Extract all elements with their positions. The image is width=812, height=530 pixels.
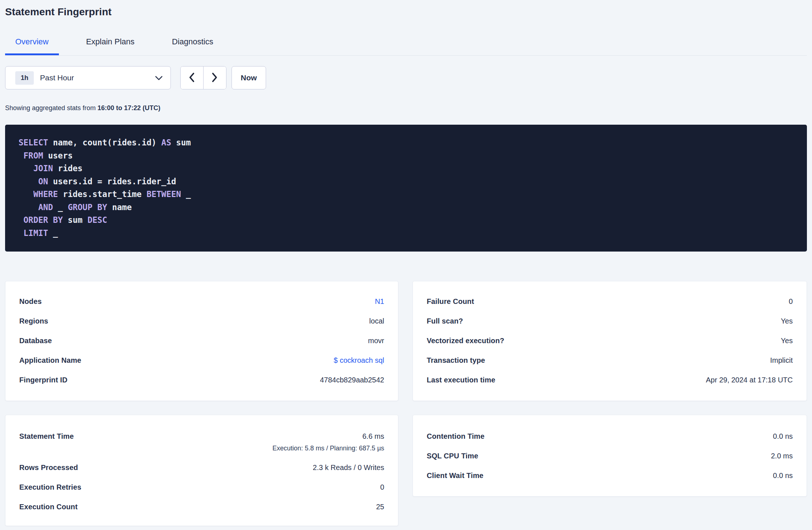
stat-value: 2.3 k Reads / 0 Writes bbox=[313, 463, 384, 472]
statement-fingerprint-page: Statement Fingerprint Overview Explain P… bbox=[0, 6, 812, 526]
stat-value: Implicit bbox=[770, 356, 793, 365]
aggregation-note: Showing aggregated stats from 16:00 to 1… bbox=[5, 104, 807, 112]
stat-label: Failure Count bbox=[427, 297, 474, 306]
stat-row-nodes: Nodes N1 bbox=[19, 292, 384, 311]
stat-row-failure-count: Failure Count 0 bbox=[427, 292, 793, 311]
sql-line: SELECT name, count(rides.id) AS sum bbox=[19, 136, 793, 149]
stat-label: Statement Time bbox=[19, 426, 74, 458]
chevron-right-icon bbox=[212, 72, 218, 84]
stat-value: Apr 29, 2024 at 17:18 UTC bbox=[706, 376, 793, 384]
stat-value: 25 bbox=[376, 503, 384, 511]
sql-keyword: DESC bbox=[88, 215, 107, 225]
stats-grid: Nodes N1 Regions local Database movr App… bbox=[5, 281, 807, 526]
sql-text: users bbox=[43, 151, 73, 160]
stat-label: Rows Processed bbox=[19, 463, 78, 472]
stat-label: Fingerprint ID bbox=[19, 376, 68, 384]
stat-value: 0.0 ns bbox=[773, 471, 793, 480]
sql-line: ORDER BY sum DESC bbox=[19, 214, 793, 227]
stat-label: Nodes bbox=[19, 297, 42, 306]
aggregation-note-prefix: Showing aggregated stats from bbox=[5, 104, 97, 112]
time-nav-group bbox=[180, 66, 226, 89]
stat-value: local bbox=[369, 317, 384, 325]
stat-label: Contention Time bbox=[427, 432, 485, 441]
sql-keyword: ON bbox=[19, 177, 48, 186]
stat-label: Client Wait Time bbox=[427, 471, 483, 480]
stat-row-contention-time: Contention Time 0.0 ns bbox=[427, 426, 793, 446]
sql-keyword: JOIN bbox=[19, 164, 53, 173]
stat-row-execution-retries: Execution Retries 0 bbox=[19, 477, 384, 497]
chevron-left-icon bbox=[189, 72, 195, 84]
tab-explain-plans[interactable]: Explain Plans bbox=[76, 36, 145, 55]
stat-value-group: 6.6 ms Execution: 5.8 ms / Planning: 687… bbox=[272, 426, 384, 458]
sql-keyword: SELECT bbox=[19, 138, 48, 147]
node-link[interactable]: N1 bbox=[375, 297, 384, 306]
sql-text: _ bbox=[48, 228, 58, 238]
next-interval-button[interactable] bbox=[204, 67, 226, 89]
stat-subvalue: Execution: 5.8 ms / Planning: 687.5 µs bbox=[272, 444, 384, 453]
stat-label: Execution Retries bbox=[19, 483, 81, 491]
stat-label: Application Name bbox=[19, 356, 81, 365]
tab-diagnostics[interactable]: Diagnostics bbox=[162, 36, 224, 55]
stat-row-fingerprint-id: Fingerprint ID 4784cb829aab2542 bbox=[19, 370, 384, 390]
statement-times-card: Statement Time 6.6 ms Execution: 5.8 ms … bbox=[5, 415, 398, 526]
stat-row-regions: Regions local bbox=[19, 311, 384, 331]
sql-text: name, count(rides.id) bbox=[48, 138, 161, 147]
stat-value: Yes bbox=[781, 317, 793, 325]
chevron-down-icon bbox=[155, 76, 163, 82]
sql-keyword: LIMIT bbox=[19, 228, 48, 238]
execution-attributes-card: Failure Count 0 Full scan? Yes Vectorize… bbox=[413, 281, 807, 401]
stat-row-sql-cpu-time: SQL CPU Time 2.0 ms bbox=[427, 446, 793, 466]
sql-keyword: GROUP BY bbox=[68, 202, 107, 212]
stat-label: Execution Count bbox=[19, 503, 77, 511]
stat-value: 0.0 ns bbox=[773, 432, 793, 441]
stat-row-last-execution-time: Last execution time Apr 29, 2024 at 17:1… bbox=[427, 370, 793, 390]
stat-label: SQL CPU Time bbox=[427, 452, 478, 460]
sql-text: rides.start_time bbox=[58, 189, 146, 199]
sql-text: _ bbox=[53, 202, 68, 212]
stat-row-vectorized: Vectorized execution? Yes bbox=[427, 331, 793, 350]
stat-value: 6.6 ms bbox=[362, 426, 384, 446]
sql-line: JOIN rides bbox=[19, 162, 793, 175]
stat-value: Yes bbox=[781, 337, 793, 345]
time-controls: 1h Past Hour Now bbox=[5, 66, 807, 89]
time-range-picker[interactable]: 1h Past Hour bbox=[5, 66, 171, 89]
wait-times-card: Contention Time 0.0 ns SQL CPU Time 2.0 … bbox=[413, 415, 807, 497]
stat-value: movr bbox=[368, 337, 384, 345]
sql-text: users.id = rides.rider_id bbox=[48, 177, 176, 186]
sql-keyword: BETWEEN bbox=[146, 189, 181, 199]
stat-value: 0 bbox=[380, 483, 384, 491]
sql-text: sum bbox=[171, 138, 191, 147]
stat-label: Last execution time bbox=[427, 376, 495, 384]
sql-line: ON users.id = rides.rider_id bbox=[19, 175, 793, 188]
aggregation-range: 16:00 to 17:22 (UTC) bbox=[97, 104, 160, 112]
tab-bar: Overview Explain Plans Diagnostics bbox=[5, 36, 807, 56]
sql-keyword: AS bbox=[161, 138, 171, 147]
application-name-link[interactable]: $ cockroach sql bbox=[334, 356, 384, 365]
sql-keyword: ORDER BY bbox=[19, 215, 63, 225]
stat-row-rows-processed: Rows Processed 2.3 k Reads / 0 Writes bbox=[19, 458, 384, 477]
prev-interval-button[interactable] bbox=[181, 67, 204, 89]
stat-row-transaction-type: Transaction type Implicit bbox=[427, 350, 793, 370]
stat-row-application-name: Application Name $ cockroach sql bbox=[19, 350, 384, 370]
sql-line: LIMIT _ bbox=[19, 227, 793, 240]
tab-overview[interactable]: Overview bbox=[5, 36, 59, 55]
now-button[interactable]: Now bbox=[232, 66, 266, 89]
sql-text: _ bbox=[181, 189, 191, 199]
stat-label: Transaction type bbox=[427, 356, 485, 365]
page-title: Statement Fingerprint bbox=[5, 6, 807, 18]
sql-line: FROM users bbox=[19, 149, 793, 162]
sql-keyword: AND bbox=[19, 202, 53, 212]
stat-label: Full scan? bbox=[427, 317, 463, 325]
time-range-badge: 1h bbox=[15, 71, 34, 85]
sql-text: sum bbox=[63, 215, 88, 225]
sql-keyword: WHERE bbox=[19, 189, 58, 199]
stat-row-statement-time: Statement Time 6.6 ms Execution: 5.8 ms … bbox=[19, 426, 384, 458]
sql-text: rides bbox=[53, 164, 83, 173]
sql-statement-box: SELECT name, count(rides.id) AS sum FROM… bbox=[5, 125, 807, 252]
sql-line: WHERE rides.start_time BETWEEN _ bbox=[19, 188, 793, 201]
stat-row-full-scan: Full scan? Yes bbox=[427, 311, 793, 331]
time-range-label: Past Hour bbox=[40, 73, 74, 82]
stat-label: Database bbox=[19, 337, 52, 345]
stat-row-database: Database movr bbox=[19, 331, 384, 350]
sql-keyword: FROM bbox=[19, 151, 43, 160]
